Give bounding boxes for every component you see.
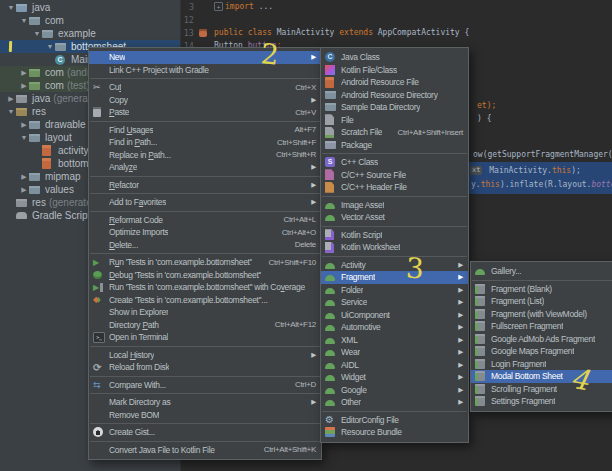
menu-item-google-admob-ads-fragment[interactable]: Google AdMob Ads Fragment [471, 333, 612, 346]
chevron-down-icon[interactable]: ▼ [19, 17, 29, 24]
menu-item-paste[interactable]: PasteCtrl+V [89, 106, 321, 119]
chevron-down-icon[interactable]: ▼ [45, 43, 55, 50]
menu-item-cut[interactable]: CutCtrl+X [89, 81, 321, 94]
menu-item-vector-asset[interactable]: Vector Asset [321, 211, 468, 224]
menu-item-modal-bottom-sheet[interactable]: Modal Bottom Sheet [471, 370, 612, 383]
menu-item-label: Find Usages [109, 125, 153, 135]
menu-item-google-maps-fragment[interactable]: Google Maps Fragment [471, 345, 612, 358]
menu-item-label: Reformat Code [109, 215, 163, 225]
menu-item-run-tests-in-com-example-bottomsheet[interactable]: Run 'Tests in 'com.example.bottomsheet''… [89, 256, 321, 269]
menu-item-fullscreen-fragment[interactable]: Fullscreen Fragment [471, 320, 612, 333]
menu-item-uicomponent[interactable]: UiComponent▶ [321, 309, 468, 322]
chevron-right-icon[interactable]: ▶ [6, 95, 16, 103]
menu-item-folder[interactable]: Folder▶ [321, 284, 468, 297]
menu-item-file[interactable]: File [321, 114, 468, 127]
menu-item-label: Show in Explorer [109, 307, 168, 317]
menu-item-local-history[interactable]: Local History▶ [89, 349, 321, 362]
menu-item-copy[interactable]: Copy▶ [89, 94, 321, 107]
menu-item-analyze[interactable]: Analyze▶ [89, 161, 321, 174]
menu-item-compare-with[interactable]: Compare With...Ctrl+D [89, 379, 321, 392]
chevron-down-icon[interactable]: ▼ [6, 4, 16, 11]
chevron-right-icon[interactable]: ▶ [19, 186, 29, 194]
menu-item-convert-java-file-to-kotlin-file[interactable]: Convert Java File to Kotlin FileCtrl+Alt… [89, 444, 321, 457]
menu-item-activity[interactable]: Activity▶ [321, 259, 468, 272]
submenu-arrow-icon: ▶ [452, 311, 463, 319]
menu-item-run-tests-in-com-example-bottomsheet-wit[interactable]: Run 'Tests in 'com.example.bottomsheet''… [89, 281, 321, 294]
menu-item-label: Settings Fragment [491, 396, 555, 406]
chevron-right-icon[interactable]: ▶ [19, 173, 29, 181]
fold-marker-icon[interactable]: + [214, 2, 223, 11]
menu-item-aidl[interactable]: AIDL▶ [321, 359, 468, 372]
tree-item-java[interactable]: ▼java [0, 1, 180, 14]
menu-item-reformat-code[interactable]: Reformat CodeCtrl+Alt+L [89, 214, 321, 227]
menu-item-refactor[interactable]: Refactor▶ [89, 179, 321, 192]
submenu-arrow-icon: ▶ [305, 351, 316, 359]
menu-item-label: Find in Path... [109, 137, 157, 147]
menu-item-xml[interactable]: XML▶ [321, 334, 468, 347]
menu-item-fragment-list[interactable]: Fragment (List) [471, 295, 612, 308]
folder-std-icon [325, 101, 338, 113]
menu-item-delete[interactable]: Delete...Delete [89, 239, 321, 252]
menu-item-remove-bom[interactable]: Remove BOM [89, 409, 321, 422]
chevron-right-icon[interactable]: ▶ [19, 121, 29, 129]
menu-item-resource-bundle[interactable]: Resource Bundle [321, 426, 468, 439]
annotation-step1-mark [9, 41, 12, 52]
menu-item-kotlin-script[interactable]: Kotlin Script [321, 229, 468, 242]
menu-item-fragment-blank[interactable]: Fragment (Blank) [471, 283, 612, 296]
menu-item-android-resource-directory[interactable]: Android Resource Directory [321, 89, 468, 102]
menu-item-add-to-favorites[interactable]: Add to Favorites▶ [89, 196, 321, 209]
tree-item-example[interactable]: ▼example [0, 27, 180, 40]
menu-item-c-class[interactable]: C++ Class [321, 156, 468, 169]
menu-item-find-usages[interactable]: Find UsagesAlt+F7 [89, 124, 321, 137]
menu-item-automotive[interactable]: Automotive▶ [321, 321, 468, 334]
chevron-down-icon[interactable]: ▼ [6, 108, 16, 115]
chevron-down-icon[interactable]: ▼ [32, 30, 42, 37]
menu-item-settings-fragment[interactable]: Settings Fragment [471, 395, 612, 408]
menu-item-kotlin-worksheet[interactable]: Kotlin Worksheet [321, 241, 468, 254]
menu-item-link-c-project-with-gradle[interactable]: Link C++ Project with Gradle [89, 64, 321, 77]
menu-item-debug-tests-in-com-example-bottomsheet[interactable]: Debug 'Tests in 'com.example.bottomsheet… [89, 269, 321, 282]
menu-item-google[interactable]: Google▶ [321, 384, 468, 397]
menu-item-show-in-explorer[interactable]: Show in Explorer [89, 306, 321, 319]
menu-item-optimize-imports[interactable]: Optimize ImportsCtrl+Alt+O [89, 226, 321, 239]
menu-item-create-gist[interactable]: Create Gist... [89, 426, 321, 439]
menu-item-other[interactable]: Other▶ [321, 396, 468, 409]
chevron-right-icon[interactable]: ▶ [19, 69, 29, 77]
menu-item-reload-from-disk[interactable]: Reload from Disk [89, 361, 321, 374]
chevron-down-icon[interactable]: ▼ [19, 134, 29, 141]
menu-item-package[interactable]: Package [321, 139, 468, 152]
menu-item-kotlin-file-class[interactable]: Kotlin File/Class [321, 64, 468, 77]
menu-item-sample-data-directory[interactable]: Sample Data Directory [321, 101, 468, 114]
menu-item-directory-path[interactable]: Directory PathCtrl+Alt+F12 [89, 319, 321, 332]
menu-item-scratch-file[interactable]: Scratch FileCtrl+Alt+Shift+Insert [321, 126, 468, 139]
submenu-arrow-icon: ▶ [452, 361, 463, 369]
menu-separator [322, 256, 467, 257]
android-component-icon[interactable] [199, 29, 207, 37]
menu-item-open-in-terminal[interactable]: Open in Terminal [89, 331, 321, 344]
menu-item-create-tests-in-com-example-bottomsheet[interactable]: Create 'Tests in 'com.example.bottomshee… [89, 294, 321, 307]
chevron-right-icon[interactable]: ▶ [19, 82, 29, 90]
menu-item-fragment-with-viewmodel[interactable]: Fragment (with ViewModel) [471, 308, 612, 321]
menu-item-wear[interactable]: Wear▶ [321, 346, 468, 359]
menu-item-mark-directory-as[interactable]: Mark Directory as▶ [89, 396, 321, 409]
tree-item-com[interactable]: ▼com [0, 14, 180, 27]
menu-item-c-c-header-file[interactable]: C/C++ Header File [321, 181, 468, 194]
menu-item-find-in-path[interactable]: Find in Path...Ctrl+Shift+F [89, 136, 321, 149]
menu-item-gallery[interactable]: Gallery... [471, 265, 612, 278]
menu-item-scrolling-fragment[interactable]: Scrolling Fragment [471, 383, 612, 396]
menu-item-new[interactable]: New▶ [89, 51, 321, 64]
menu-item-image-asset[interactable]: Image Asset [321, 199, 468, 212]
menu-item-widget[interactable]: Widget▶ [321, 371, 468, 384]
menu-item-java-class[interactable]: Java Class [321, 51, 468, 64]
android-icon [325, 199, 338, 211]
menu-item-c-c-source-file[interactable]: C/C++ Source File [321, 169, 468, 182]
menu-item-editorconfig-file[interactable]: EditorConfig File [321, 414, 468, 427]
menu-item-service[interactable]: Service▶ [321, 296, 468, 309]
submenu-arrow-icon: ▶ [452, 286, 463, 294]
menu-item-replace-in-path[interactable]: Replace in Path...Ctrl+Shift+R [89, 149, 321, 162]
tree-item-label: res [32, 106, 46, 117]
tree-item-suffix: (test) [67, 80, 90, 91]
menu-item-android-resource-file[interactable]: Android Resource File [321, 76, 468, 89]
menu-item-fragment[interactable]: Fragment▶ [321, 271, 468, 284]
empty-icon [93, 319, 106, 331]
